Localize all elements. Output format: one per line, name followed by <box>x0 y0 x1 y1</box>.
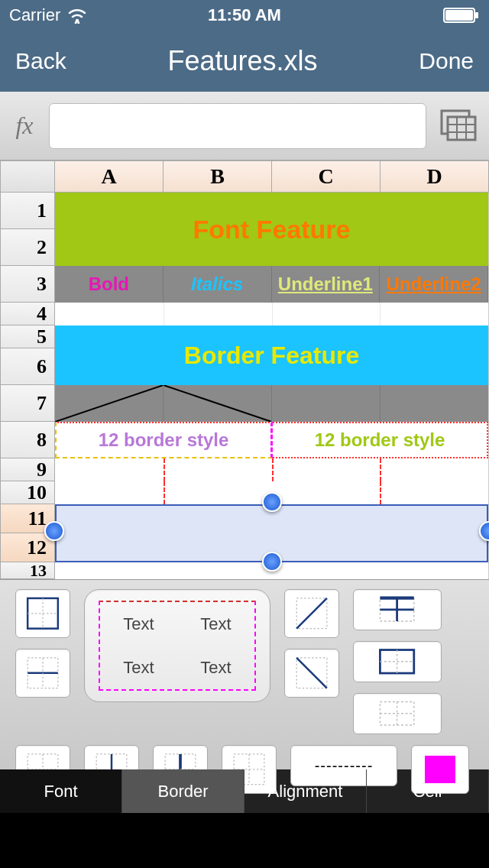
back-button[interactable]: Back <box>15 48 66 74</box>
border-diag-down-button[interactable] <box>284 649 339 698</box>
row-header[interactable]: 2 <box>0 229 55 266</box>
document-title: Features.xls <box>167 45 317 77</box>
border-inside-h-button[interactable] <box>15 649 70 698</box>
cell-diagonal[interactable] <box>55 385 488 422</box>
col-header-b[interactable]: B <box>164 160 272 193</box>
battery-icon <box>443 8 480 23</box>
spreadsheet[interactable]: A B C D 1 Font Feature 2 3 Bold Italics … <box>0 160 489 579</box>
svg-line-23 <box>296 598 327 629</box>
col-header-c[interactable]: C <box>272 160 381 193</box>
border-bottom-button[interactable] <box>353 693 442 734</box>
column-headers: A B C D <box>0 160 489 193</box>
tab-cell[interactable]: Cell <box>367 769 489 813</box>
format-tabs: Font Border Alignment Cell <box>0 769 489 813</box>
preview-text: Text <box>100 602 177 646</box>
selection-handle-top[interactable] <box>262 492 282 512</box>
cell-underline1[interactable]: Underline1 <box>272 266 381 303</box>
wifi-icon <box>66 7 88 24</box>
row-header[interactable]: 6 <box>0 348 55 385</box>
svg-rect-2 <box>475 12 478 18</box>
svg-rect-3 <box>445 10 473 21</box>
selection-handle-bottom[interactable] <box>262 552 282 572</box>
tab-border[interactable]: Border <box>122 769 244 813</box>
clock: 11:50 AM <box>208 5 281 25</box>
svg-rect-5 <box>448 117 475 140</box>
preview-text: Text <box>177 602 254 646</box>
tab-alignment[interactable]: Alignment <box>244 769 367 813</box>
formula-input[interactable] <box>49 103 426 149</box>
selection-handle-left[interactable] <box>44 521 64 541</box>
status-bar: Carrier 11:50 AM <box>0 0 489 31</box>
cell-border-style-left[interactable]: 12 border style <box>55 422 273 458</box>
cell-italics[interactable]: Italics <box>164 266 272 303</box>
border-preview[interactable]: Text Text Text Text <box>84 589 270 702</box>
row-header[interactable]: 3 <box>0 266 55 303</box>
border-top-button[interactable] <box>353 589 442 630</box>
svg-point-0 <box>76 19 79 22</box>
formula-bar: fx <box>0 92 489 160</box>
row-header[interactable]: 5 <box>0 326 55 348</box>
nav-bar: Back Features.xls Done <box>0 31 489 92</box>
row-header[interactable]: 1 <box>0 193 55 229</box>
cell-underline2[interactable]: Underline2 <box>380 266 488 303</box>
preview-text: Text <box>100 646 177 689</box>
row-header[interactable]: 4 <box>0 303 55 326</box>
tab-font[interactable]: Font <box>0 769 122 813</box>
fx-label: fx <box>11 112 38 140</box>
col-header-d[interactable]: D <box>381 160 489 193</box>
row-header[interactable]: 7 <box>0 385 55 422</box>
border-diag-up-button[interactable] <box>284 589 339 638</box>
border-none-button[interactable] <box>15 589 70 638</box>
row-header[interactable]: 9 <box>0 458 55 481</box>
cell-bold[interactable]: Bold <box>55 266 164 303</box>
col-header-a[interactable]: A <box>55 160 164 193</box>
svg-line-25 <box>296 658 327 688</box>
select-all-corner[interactable] <box>0 160 55 193</box>
row-header[interactable]: 8 <box>0 422 55 458</box>
preview-text: Text <box>177 646 254 689</box>
border-format-panel: Text Text Text Text ---------- <box>0 579 489 769</box>
cell-border-style-right[interactable]: 12 border style <box>273 422 488 458</box>
sheets-button[interactable] <box>437 108 478 144</box>
border-outline-button[interactable] <box>353 641 442 682</box>
row-header[interactable]: 13 <box>0 562 55 579</box>
carrier-label: Carrier <box>9 5 60 25</box>
done-button[interactable]: Done <box>419 48 474 74</box>
row-header[interactable]: 10 <box>0 481 55 504</box>
